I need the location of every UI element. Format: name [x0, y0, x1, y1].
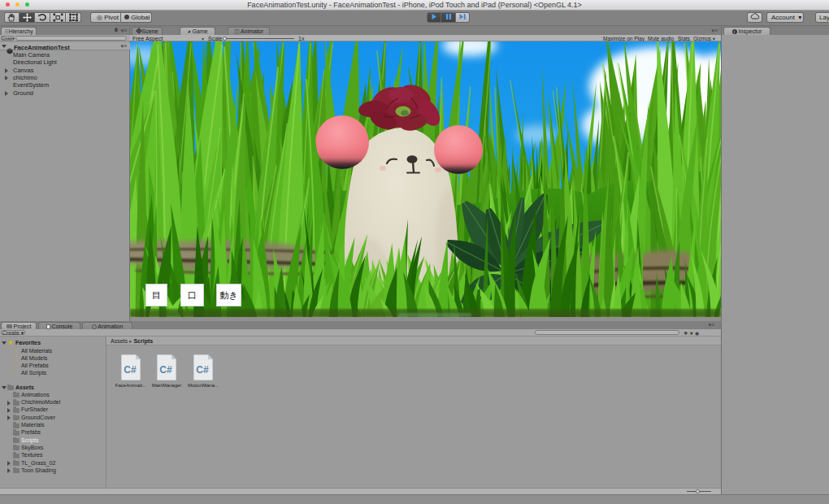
- svg-text:C#: C#: [124, 364, 137, 376]
- svg-text:C#: C#: [159, 364, 172, 376]
- svg-text:C#: C#: [196, 364, 209, 376]
